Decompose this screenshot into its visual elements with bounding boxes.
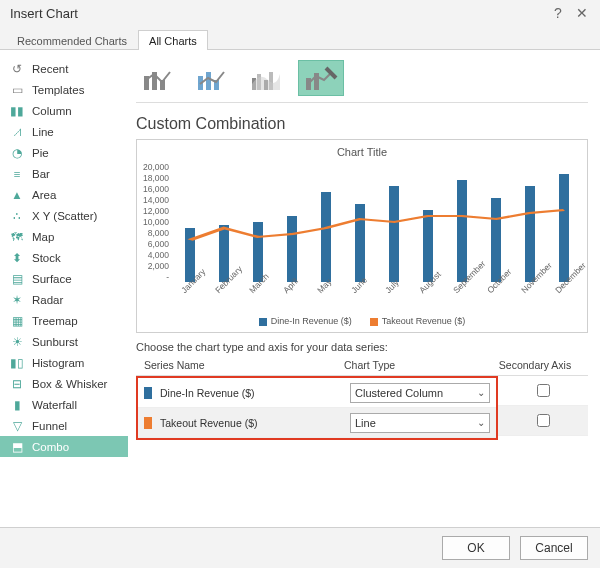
sidebar-item-label: Map	[32, 231, 54, 243]
waterfall-icon: ▮	[8, 398, 26, 412]
sidebar-item-label: Funnel	[32, 420, 67, 432]
combo-subtype-2[interactable]	[190, 60, 236, 96]
sidebar-item-label: Histogram	[32, 357, 84, 369]
help-button[interactable]: ?	[546, 1, 570, 25]
sidebar-item-combo[interactable]: ⬒Combo	[0, 436, 128, 457]
ok-button[interactable]: OK	[442, 536, 510, 560]
chevron-down-icon: ⌄	[477, 387, 485, 398]
column-icon: ▮▮	[8, 104, 26, 118]
sidebar-item-recent[interactable]: ↺Recent	[0, 58, 128, 79]
sidebar-item-treemap[interactable]: ▦Treemap	[0, 310, 128, 331]
series-header-axis: Secondary Axis	[490, 359, 580, 371]
sidebar-item-sunburst[interactable]: ☀Sunburst	[0, 331, 128, 352]
legend-item: Dine-In Revenue ($)	[259, 316, 352, 326]
funnel-icon: ▽	[8, 419, 26, 433]
sidebar-item-waterfall[interactable]: ▮Waterfall	[0, 394, 128, 415]
dialog-title: Insert Chart	[10, 6, 78, 21]
surface-icon: ▤	[8, 272, 26, 286]
sidebar-item-label: Sunburst	[32, 336, 78, 348]
sidebar-item-label: X Y (Scatter)	[32, 210, 97, 222]
radar-icon: ✶	[8, 293, 26, 307]
sidebar-item-stock[interactable]: ⬍Stock	[0, 247, 128, 268]
series-header-type: Chart Type	[344, 359, 490, 371]
series-row: Dine-In Revenue ($)Clustered Column⌄	[138, 378, 496, 408]
sidebar-item-line[interactable]: ⩘Line	[0, 121, 128, 142]
chart-type-dropdown[interactable]: Clustered Column⌄	[350, 383, 490, 403]
sidebar-item-label: Column	[32, 105, 72, 117]
combo-subtype-custom[interactable]	[298, 60, 344, 96]
sidebar-item-bar[interactable]: ≡Bar	[0, 163, 128, 184]
tab-recommended-charts[interactable]: Recommended Charts	[6, 30, 138, 50]
series-name: Dine-In Revenue ($)	[160, 387, 350, 399]
histogram-icon: ▮▯	[8, 356, 26, 370]
sidebar-item-label: Radar	[32, 294, 63, 306]
sidebar-item-histogram[interactable]: ▮▯Histogram	[0, 352, 128, 373]
sidebar-item-surface[interactable]: ▤Surface	[0, 268, 128, 289]
sidebar-item-area[interactable]: ▲Area	[0, 184, 128, 205]
sidebar-item-label: Area	[32, 189, 56, 201]
bar-icon: ≡	[8, 168, 26, 180]
folder-icon: ▭	[8, 83, 26, 97]
series-instruction: Choose the chart type and axis for your …	[136, 341, 588, 353]
sidebar-item-label: Bar	[32, 168, 50, 180]
sidebar-item-label: Line	[32, 126, 54, 138]
series-name: Takeout Revenue ($)	[160, 417, 350, 429]
chart-type-dropdown[interactable]: Line⌄	[350, 413, 490, 433]
sidebar-item-label: Combo	[32, 441, 69, 453]
scatter-icon: ∴	[8, 209, 26, 223]
pie-icon: ◔	[8, 146, 26, 160]
secondary-axis-checkbox[interactable]	[537, 384, 550, 397]
sidebar-item-column[interactable]: ▮▮Column	[0, 100, 128, 121]
series-swatch	[144, 417, 152, 429]
sidebar-item-label: Pie	[32, 147, 49, 159]
sidebar-item-label: Waterfall	[32, 399, 77, 411]
legend-item: Takeout Revenue ($)	[370, 316, 466, 326]
cancel-button[interactable]: Cancel	[520, 536, 588, 560]
sidebar-item-pie[interactable]: ◔Pie	[0, 142, 128, 163]
sidebar-item-label: Treemap	[32, 315, 78, 327]
sidebar-item-funnel[interactable]: ▽Funnel	[0, 415, 128, 436]
chevron-down-icon: ⌄	[477, 417, 485, 428]
chart-title: Chart Title	[143, 146, 581, 158]
chart-preview: Chart Title 20,00018,00016,00014,00012,0…	[136, 139, 588, 333]
area-icon: ▲	[8, 189, 26, 201]
combo-subtype-3[interactable]	[244, 60, 290, 96]
map-icon: 🗺	[8, 231, 26, 243]
box-icon: ⊟	[8, 377, 26, 391]
sidebar-item-label: Recent	[32, 63, 68, 75]
combo-icon: ⬒	[8, 440, 26, 454]
sidebar-item-label: Stock	[32, 252, 61, 264]
series-swatch	[144, 387, 152, 399]
sidebar-item-label: Box & Whisker	[32, 378, 107, 390]
close-button[interactable]: ✕	[570, 1, 594, 25]
sidebar-item-label: Surface	[32, 273, 72, 285]
line-icon: ⩘	[8, 126, 26, 138]
series-header-name: Series Name	[144, 359, 344, 371]
sidebar-item-map[interactable]: 🗺Map	[0, 226, 128, 247]
tab-all-charts[interactable]: All Charts	[138, 30, 208, 50]
undo-icon: ↺	[8, 62, 26, 76]
section-heading: Custom Combination	[136, 115, 588, 133]
sidebar-item-radar[interactable]: ✶Radar	[0, 289, 128, 310]
sidebar-item-label: Templates	[32, 84, 84, 96]
series-row: Takeout Revenue ($)Line⌄	[138, 408, 496, 438]
combo-subtype-1[interactable]	[136, 60, 182, 96]
sidebar-item-box-whisker[interactable]: ⊟Box & Whisker	[0, 373, 128, 394]
sunburst-icon: ☀	[8, 335, 26, 349]
sidebar-item-x-y-scatter-[interactable]: ∴X Y (Scatter)	[0, 205, 128, 226]
secondary-axis-checkbox[interactable]	[537, 414, 550, 427]
treemap-icon: ▦	[8, 314, 26, 328]
svg-rect-4	[206, 72, 211, 90]
stock-icon: ⬍	[8, 251, 26, 265]
sidebar-item-templates[interactable]: ▭Templates	[0, 79, 128, 100]
